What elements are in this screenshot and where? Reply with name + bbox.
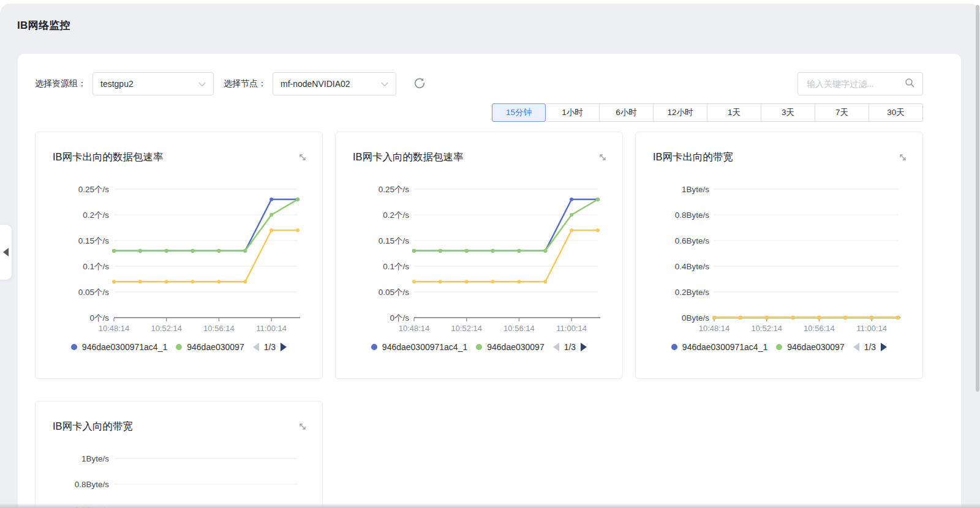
legend-prev-button[interactable] xyxy=(553,343,559,351)
series-line xyxy=(412,228,600,283)
legend-page-indicator: 1/3 xyxy=(864,342,876,352)
svg-text:0.05个/s: 0.05个/s xyxy=(379,288,410,297)
legend-dot[interactable] xyxy=(71,344,77,350)
legend-prev-button[interactable] xyxy=(853,343,859,351)
svg-text:10:52:14: 10:52:14 xyxy=(751,324,782,333)
time-range-button[interactable]: 6小时 xyxy=(600,103,654,122)
svg-text:10:56:14: 10:56:14 xyxy=(804,324,835,333)
legend-dot[interactable] xyxy=(371,344,377,350)
chart-body: 0Byte/s0.2Byte/s0.4Byte/s0.6Byte/s0.8Byt… xyxy=(636,182,922,352)
chart-legend: 946dae0300971ac4_1946dae0300971/3 xyxy=(636,342,922,352)
chart-card-in-packet-rate: IB网卡入向的数据包速率 0个/s0.05个/s0.1个/s0.15个/s0.2… xyxy=(335,132,623,379)
search-icon[interactable] xyxy=(905,78,915,91)
time-range-button[interactable]: 1小时 xyxy=(546,103,600,122)
svg-text:10:48:14: 10:48:14 xyxy=(399,324,430,333)
legend-item-label[interactable]: 946dae0300971ac4_1 xyxy=(382,342,467,352)
svg-text:0.6Byte/s: 0.6Byte/s xyxy=(675,236,710,245)
line-chart: 0Byte/s0.2Byte/s0.4Byte/s0.6Byte/s0.8Byt… xyxy=(636,182,922,340)
time-range-button[interactable]: 15分钟 xyxy=(492,103,546,122)
collapse-drawer-handle[interactable] xyxy=(0,224,12,280)
time-range-button[interactable]: 30天 xyxy=(869,103,923,122)
expand-chart-button[interactable] xyxy=(298,152,307,162)
chevron-down-icon xyxy=(381,78,388,89)
legend-item-label[interactable]: 946dae030097 xyxy=(487,342,544,352)
line-chart: 0个/s0.05个/s0.1个/s0.15个/s0.2个/s0.25个/s10:… xyxy=(36,182,322,340)
svg-text:0Byte/s: 0Byte/s xyxy=(682,313,709,323)
expand-icon xyxy=(598,155,608,164)
legend-dot[interactable] xyxy=(776,344,782,350)
line-chart: 0Byte/s0.2Byte/s0.4Byte/s0.6Byte/s0.8Byt… xyxy=(36,451,322,508)
svg-text:0.25个/s: 0.25个/s xyxy=(379,185,410,194)
svg-text:11:00:14: 11:00:14 xyxy=(256,324,287,333)
refresh-icon xyxy=(413,77,426,92)
chart-title: IB网卡入向的数据包速率 xyxy=(353,151,464,164)
time-range-button[interactable]: 7天 xyxy=(815,103,869,122)
time-range-button[interactable]: 3天 xyxy=(761,103,815,122)
refresh-button[interactable] xyxy=(412,77,427,91)
node-select[interactable]: mf-nodeNVIDIA02 xyxy=(273,72,396,95)
legend-item-label[interactable]: 946dae0300971ac4_1 xyxy=(82,342,167,352)
svg-text:10:52:14: 10:52:14 xyxy=(451,324,482,333)
legend-dot[interactable] xyxy=(671,344,677,350)
svg-text:10:48:14: 10:48:14 xyxy=(99,324,130,333)
node-value: mf-nodeNVIDIA02 xyxy=(281,79,381,89)
line-chart: 0个/s0.05个/s0.1个/s0.15个/s0.2个/s0.25个/s10:… xyxy=(336,182,622,340)
chart-title: IB网卡出向的数据包速率 xyxy=(53,151,164,164)
legend-dot[interactable] xyxy=(476,344,482,350)
svg-text:10:48:14: 10:48:14 xyxy=(699,324,730,333)
chevron-down-icon xyxy=(198,78,206,89)
svg-text:10:56:14: 10:56:14 xyxy=(503,324,535,333)
svg-text:0.2个/s: 0.2个/s xyxy=(383,211,409,220)
legend-next-button[interactable] xyxy=(581,343,587,351)
keyword-filter xyxy=(797,72,923,95)
chart-card-out-packet-rate: IB网卡出向的数据包速率 0个/s0.05个/s0.1个/s0.15个/s0.2… xyxy=(35,132,323,379)
svg-text:10:56:14: 10:56:14 xyxy=(203,324,235,333)
chart-legend: 946dae0300971ac4_1946dae0300971/3 xyxy=(36,342,322,352)
scrollbar[interactable] xyxy=(976,5,979,392)
chart-body: 0Byte/s0.2Byte/s0.4Byte/s0.6Byte/s0.8Byt… xyxy=(36,451,322,508)
legend-page-indicator: 1/3 xyxy=(264,342,276,352)
series-line xyxy=(712,316,900,319)
svg-text:11:00:14: 11:00:14 xyxy=(856,324,887,333)
svg-text:0.25个/s: 0.25个/s xyxy=(78,185,110,194)
svg-text:1Byte/s: 1Byte/s xyxy=(682,185,709,194)
series-line xyxy=(112,198,300,253)
svg-text:10:52:14: 10:52:14 xyxy=(151,324,182,333)
expand-icon xyxy=(898,155,908,164)
chart-title: IB网卡入向的带宽 xyxy=(53,420,133,433)
resource-group-value: testgpu2 xyxy=(100,79,198,89)
svg-text:0.2个/s: 0.2个/s xyxy=(83,211,109,220)
chart-legend: 946dae0300971ac4_1946dae0300971/3 xyxy=(336,342,622,352)
svg-text:0.4Byte/s: 0.4Byte/s xyxy=(675,262,710,271)
svg-text:0.15个/s: 0.15个/s xyxy=(78,236,110,245)
resource-group-select[interactable]: testgpu2 xyxy=(92,72,214,95)
charts-grid: IB网卡出向的数据包速率 0个/s0.05个/s0.1个/s0.15个/s0.2… xyxy=(35,132,923,508)
expand-icon xyxy=(298,155,307,164)
time-range-button[interactable]: 1天 xyxy=(707,103,761,122)
window-bottom-edge xyxy=(0,503,980,508)
expand-icon xyxy=(298,424,307,433)
svg-text:0.8Byte/s: 0.8Byte/s xyxy=(675,211,710,220)
expand-chart-button[interactable] xyxy=(598,152,608,162)
chart-body: 0个/s0.05个/s0.1个/s0.15个/s0.2个/s0.25个/s10:… xyxy=(336,182,622,352)
legend-dot[interactable] xyxy=(176,344,182,350)
legend-item-label[interactable]: 946dae030097 xyxy=(787,342,844,352)
keyword-filter-input[interactable] xyxy=(805,78,905,89)
svg-text:0.1个/s: 0.1个/s xyxy=(83,262,109,271)
time-range-button[interactable]: 12小时 xyxy=(654,103,707,122)
legend-item-label[interactable]: 946dae030097 xyxy=(187,342,244,352)
svg-text:11:00:14: 11:00:14 xyxy=(556,324,587,333)
expand-chart-button[interactable] xyxy=(298,422,307,431)
resource-group-label: 选择资源组： xyxy=(35,78,86,89)
expand-chart-button[interactable] xyxy=(898,152,908,162)
filter-toolbar: 选择资源组： testgpu2 选择节点： mf-nodeNVIDIA02 xyxy=(35,72,923,95)
chart-title: IB网卡出向的带宽 xyxy=(653,151,733,164)
content-panel: 选择资源组： testgpu2 选择节点： mf-nodeNVIDIA02 xyxy=(18,54,961,508)
legend-item-label[interactable]: 946dae0300971ac4_1 xyxy=(682,342,767,352)
node-label: 选择节点： xyxy=(224,78,266,89)
legend-prev-button[interactable] xyxy=(253,343,259,351)
svg-text:0.15个/s: 0.15个/s xyxy=(379,236,410,245)
chart-card-in-bandwidth: IB网卡入向的带宽 0Byte/s0.2Byte/s0.4Byte/s0.6By… xyxy=(35,401,323,508)
legend-next-button[interactable] xyxy=(281,343,287,351)
legend-next-button[interactable] xyxy=(881,343,887,351)
